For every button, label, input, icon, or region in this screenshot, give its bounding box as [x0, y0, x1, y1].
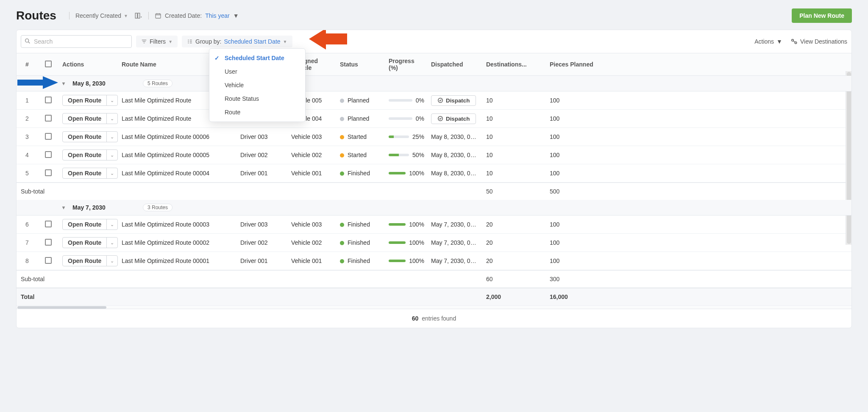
entries-suffix: entries found — [422, 315, 456, 322]
chevron-down-icon[interactable]: ⌄ — [107, 132, 117, 142]
search-input[interactable] — [21, 35, 132, 48]
dispatched-value: May 7, 2030, 09:00 AM — [431, 257, 483, 264]
open-route-button[interactable]: Open Route⌄ — [62, 219, 118, 230]
table-row: 8 Open Route⌄ Last Mile Optimized Route … — [17, 252, 851, 270]
group-header-row[interactable]: ▾ May 8, 2030 5 Routes — [17, 76, 851, 91]
status-dot-icon — [340, 171, 344, 176]
chevron-down-icon[interactable]: ▾ — [59, 205, 68, 210]
col-status: Status — [337, 57, 385, 72]
group-by-option[interactable]: Vehicle — [209, 78, 305, 92]
open-route-button[interactable]: Open Route⌄ — [62, 255, 118, 266]
actions-dropdown[interactable]: Actions ▼ — [754, 38, 782, 45]
status-cell: Finished — [337, 236, 385, 249]
group-by-option[interactable]: Route Status — [209, 92, 305, 105]
row-checkbox[interactable] — [45, 169, 52, 176]
open-route-button[interactable]: Open Route⌄ — [62, 149, 118, 160]
assigned-user: Driver 003 — [237, 218, 288, 231]
table-row: 6 Open Route⌄ Last Mile Optimized Route … — [17, 216, 851, 234]
status-cell: Finished — [337, 218, 385, 231]
destinations-icon — [790, 38, 798, 45]
row-checkbox[interactable] — [45, 97, 52, 103]
red-arrow-annotation — [309, 30, 347, 50]
table-row: 7 Open Route⌄ Last Mile Optimized Route … — [17, 234, 851, 252]
open-route-button[interactable]: Open Route⌄ — [62, 237, 118, 248]
progress-cell: 100% — [389, 221, 424, 228]
subtotal-destinations: 60 — [483, 271, 546, 288]
chevron-down-icon[interactable]: ⌄ — [107, 238, 117, 248]
col-actions: Actions — [59, 57, 118, 72]
chevron-down-icon[interactable]: ⌄ — [107, 113, 117, 124]
chevron-down-icon[interactable]: ⌄ — [107, 95, 117, 105]
chevron-down-icon[interactable]: ⌄ — [107, 150, 117, 160]
dispatch-button[interactable]: Dispatch — [431, 95, 476, 106]
select-all-checkbox[interactable] — [45, 61, 52, 67]
group-date: May 8, 2030 — [72, 80, 106, 87]
row-checkbox[interactable] — [45, 151, 52, 158]
group-icon — [187, 39, 193, 44]
group-by-button[interactable]: Group by: Scheduled Start Date ▼ — [182, 36, 292, 47]
route-name: Last Mile Optimized Route 00005 — [118, 148, 237, 162]
dispatch-button[interactable]: Dispatch — [431, 113, 476, 124]
progress-cell: 25% — [389, 133, 424, 140]
subtotal-row: Sub-total 50 500 — [17, 182, 851, 200]
date-filter[interactable]: Created Date: This year ▼ — [155, 12, 239, 19]
row-number: 2 — [17, 112, 38, 125]
group-by-option[interactable]: Route — [209, 105, 305, 119]
row-checkbox[interactable] — [45, 239, 52, 246]
pieces-value: 100 — [546, 148, 597, 162]
chevron-down-icon[interactable]: ⌄ — [107, 219, 117, 230]
columns-icon[interactable] — [134, 11, 142, 20]
total-destinations: 2,000 — [483, 288, 546, 305]
destinations-value: 20 — [483, 254, 546, 268]
open-route-button[interactable]: Open Route⌄ — [62, 113, 118, 124]
status-cell: Planned — [337, 112, 385, 125]
pieces-value: 100 — [546, 130, 597, 144]
destinations-value: 10 — [483, 112, 546, 125]
pieces-value: 100 — [546, 254, 597, 268]
progress-cell: 0% — [389, 115, 424, 122]
view-destinations-button[interactable]: View Destinations — [790, 38, 847, 45]
row-checkbox[interactable] — [45, 133, 52, 140]
dispatched-value: May 7, 2030, 09:00 AM — [431, 221, 483, 228]
table-row: 2 Open Route⌄ Last Mile Optimized Route … — [17, 110, 851, 128]
status-cell: Started — [337, 148, 385, 162]
vertical-scrollbar[interactable] — [846, 71, 851, 245]
page-title: Routes — [16, 9, 56, 22]
group-by-option[interactable]: User — [209, 65, 305, 78]
filters-button[interactable]: Filters ▼ — [136, 36, 178, 47]
row-checkbox[interactable] — [45, 115, 52, 122]
row-checkbox[interactable] — [45, 257, 52, 264]
group-by-option[interactable]: Scheduled Start Date — [209, 51, 305, 65]
plan-new-route-button[interactable]: Plan New Route — [792, 8, 852, 23]
pieces-value: 100 — [546, 236, 597, 249]
assigned-vehicle: Vehicle 003 — [288, 130, 337, 144]
chevron-down-icon[interactable]: ▾ — [59, 80, 68, 86]
chevron-down-icon: ▼ — [168, 39, 172, 44]
col-dispatched: Dispatched — [428, 57, 483, 72]
open-route-button[interactable]: Open Route⌄ — [62, 168, 118, 179]
group-route-count: 5 Routes — [143, 80, 172, 87]
group-header-row[interactable]: ▾ May 7, 2030 3 Routes — [17, 200, 851, 216]
date-filter-value: This year — [205, 12, 230, 19]
assigned-vehicle: Vehicle 003 — [288, 218, 337, 231]
entries-footer: 60 entries found — [17, 309, 851, 328]
row-checkbox[interactable] — [45, 221, 52, 227]
recently-created-dropdown[interactable]: Recently Created ▼ — [75, 12, 128, 19]
calendar-icon — [155, 12, 161, 19]
date-filter-prefix: Created Date: — [165, 12, 202, 19]
col-progress: Progress (%) — [385, 53, 428, 75]
table-row: 1 Open Route⌄ Last Mile Optimized Route … — [17, 91, 851, 110]
filter-icon — [141, 39, 147, 44]
chevron-down-icon[interactable]: ⌄ — [107, 256, 117, 266]
chevron-down-icon[interactable]: ⌄ — [107, 168, 117, 178]
status-dot-icon — [340, 135, 344, 139]
open-route-button[interactable]: Open Route⌄ — [62, 95, 118, 106]
open-route-button[interactable]: Open Route⌄ — [62, 131, 118, 142]
assigned-user: Driver 002 — [237, 148, 288, 162]
status-cell: Started — [337, 130, 385, 144]
destinations-value: 10 — [483, 130, 546, 144]
row-number: 1 — [17, 94, 38, 107]
total-row: Total 2,000 16,000 — [17, 288, 851, 305]
dispatched-value: May 7, 2030, 09:00 AM — [431, 239, 483, 246]
horizontal-scrollbar[interactable] — [17, 305, 851, 309]
